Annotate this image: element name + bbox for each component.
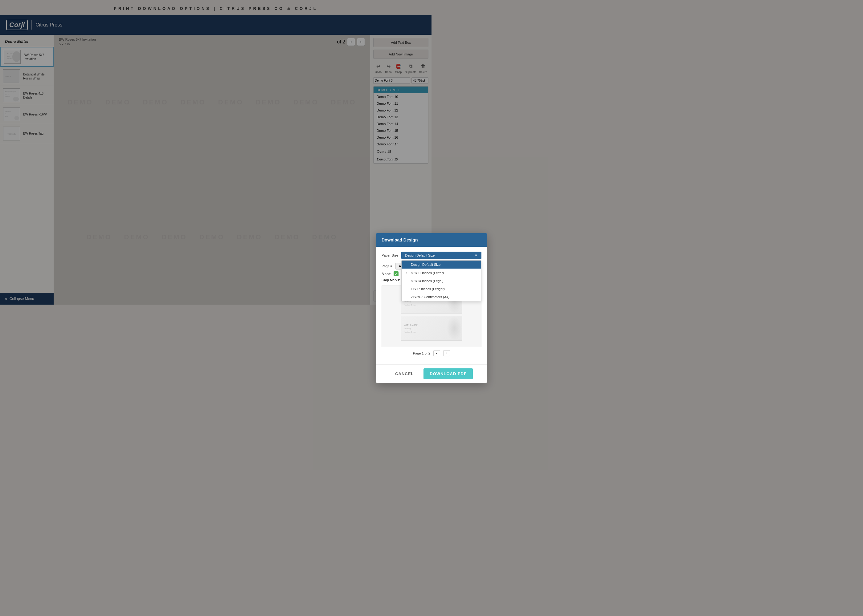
page-label: Page #	[381, 264, 392, 268]
paper-size-label: Paper Size	[381, 253, 398, 257]
paper-size-menu: Design Default Size ✓ 8.5x11 Inches (Let…	[401, 260, 432, 301]
paper-menu-item-0[interactable]: Design Default Size	[402, 261, 432, 269]
download-modal: Download Design Paper Size Design Defaul…	[376, 233, 432, 308]
paper-menu-item-3[interactable]: 11x17 Inches (Ledger)	[402, 285, 432, 293]
bleed-check[interactable]: ✓	[394, 271, 398, 276]
modal-header: Download Design	[376, 233, 432, 247]
crop-marks-label: Crop Marks:	[381, 278, 400, 282]
paper-menu-item-2[interactable]: 8.5x14 Inches (Legal)	[402, 277, 432, 285]
modal-body: Paper Size Design Default Size ▼ Design …	[376, 247, 432, 308]
checkmark-icon-1: ✓	[405, 271, 409, 275]
paper-menu-item-1[interactable]: ✓ 8.5x11 Inches (Letter)	[402, 269, 432, 277]
selected-paper-size: Design Default Size	[405, 253, 432, 257]
paper-size-row: Paper Size Design Default Size ▼ Design …	[381, 251, 432, 259]
modal-overlay: Download Design Paper Size Design Defaul…	[0, 0, 432, 308]
paper-size-button[interactable]: Design Default Size ▼	[401, 251, 432, 259]
paper-size-dropdown-wrapper: Design Default Size ▼ Design Default Siz…	[401, 251, 432, 259]
modal-title: Download Design	[381, 237, 417, 242]
paper-menu-item-4[interactable]: 21x29.7 Centimeters (A4)	[402, 293, 432, 301]
bleed-label: Bleed:	[381, 272, 391, 276]
